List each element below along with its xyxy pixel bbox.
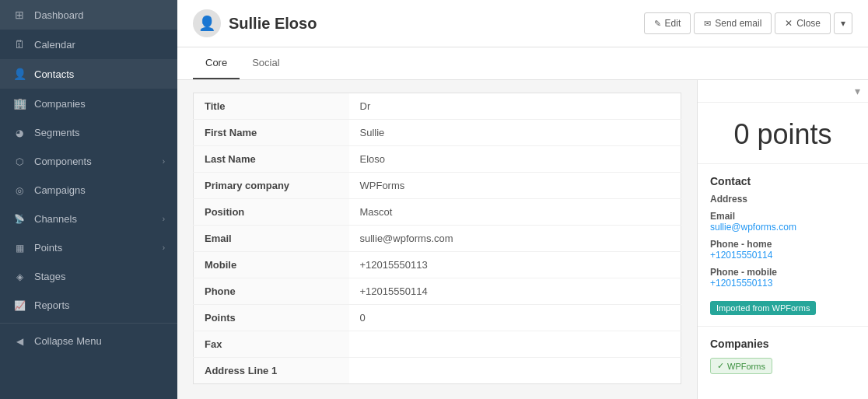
close-icon: ✕ — [785, 18, 793, 29]
sidebar-item-companies[interactable]: 🏢 Companies — [0, 89, 177, 118]
field-value: Eloso — [349, 146, 681, 173]
checkmark-icon: ✓ — [717, 361, 724, 371]
field-label: Points — [194, 305, 349, 331]
dashboard-icon: ⊞ — [12, 9, 26, 21]
field-value: sullie@wpforms.com — [349, 226, 681, 252]
segments-icon: ◕ — [12, 128, 26, 138]
reports-icon: 📈 — [12, 300, 26, 311]
points-icon: ▦ — [12, 243, 26, 254]
table-row: PositionMascot — [194, 199, 681, 226]
table-row: Primary companyWPForms — [194, 173, 681, 199]
sidebar-item-label: Reports — [34, 299, 165, 311]
address-label: Address — [710, 194, 856, 205]
companies-heading: Companies — [710, 338, 856, 350]
companies-icon: 🏢 — [12, 97, 26, 110]
header-actions: ✎ Edit ✉ Send email ✕ Close ▾ — [644, 12, 852, 34]
phone-mobile-value: +12015550113 — [710, 278, 856, 289]
table-row: First NameSullie — [194, 120, 681, 146]
field-label: First Name — [194, 120, 349, 146]
phone-home-label: Phone - home — [710, 239, 856, 250]
field-value: Dr — [349, 93, 681, 120]
field-value: WPForms — [349, 173, 681, 199]
stages-icon: ◈ — [12, 271, 26, 282]
sidebar-item-label: Components — [34, 156, 155, 167]
field-value: Mascot — [349, 199, 681, 226]
contact-info-section: Contact Address Email sullie@wpforms.com… — [698, 164, 868, 327]
field-label: Primary company — [194, 173, 349, 199]
field-value — [349, 331, 681, 358]
chevron-right-icon: › — [163, 157, 165, 166]
sidebar-item-dashboard[interactable]: ⊞ Dashboard — [0, 0, 177, 30]
sidebar-item-segments[interactable]: ◕ Segments — [0, 118, 177, 147]
sidebar-item-points[interactable]: ▦ Points › — [0, 233, 177, 262]
field-label: Last Name — [194, 146, 349, 173]
right-panel: ▾ 0 points Contact Address Email sullie@… — [697, 80, 868, 399]
contact-details: TitleDrFirst NameSullieLast NameElosoPri… — [177, 80, 697, 399]
points-section: 0 points — [698, 103, 868, 164]
points-display: 0 points — [710, 118, 856, 151]
sidebar-item-campaigns[interactable]: ◎ Campaigns — [0, 176, 177, 205]
send-email-button[interactable]: ✉ Send email — [694, 12, 772, 34]
table-row: Points0 — [194, 305, 681, 331]
table-row: Fax — [194, 331, 681, 358]
collapse-icon: ◀ — [12, 336, 26, 347]
send-email-label: Send email — [715, 18, 761, 29]
main-content: 👤 Sullie Eloso ✎ Edit ✉ Send email ✕ Clo… — [177, 0, 868, 399]
page-header: 👤 Sullie Eloso ✎ Edit ✉ Send email ✕ Clo… — [177, 0, 868, 47]
dropdown-button[interactable]: ▾ — [834, 12, 852, 34]
field-value: 0 — [349, 305, 681, 331]
avatar: 👤 — [193, 9, 221, 37]
info-table: TitleDrFirst NameSullieLast NameElosoPri… — [193, 93, 681, 384]
company-tag[interactable]: ✓ WPForms — [710, 358, 772, 374]
table-row: Address Line 1 — [194, 358, 681, 384]
calendar-icon: 🗓 — [12, 38, 26, 51]
sidebar-item-label: Dashboard — [34, 9, 165, 21]
sidebar-item-label: Calendar — [34, 39, 165, 51]
sidebar-item-components[interactable]: ⬡ Components › — [0, 147, 177, 176]
tab-social[interactable]: Social — [240, 47, 292, 79]
edit-label: Edit — [665, 18, 681, 29]
field-label: Title — [194, 93, 349, 120]
phone-home-value: +12015550114 — [710, 250, 856, 261]
send-icon: ✉ — [704, 19, 711, 29]
email-value: sullie@wpforms.com — [710, 222, 856, 233]
field-value — [349, 358, 681, 384]
table-row: Mobile+12015550113 — [194, 252, 681, 278]
panel-dropdown[interactable]: ▾ — [698, 80, 868, 103]
components-icon: ⬡ — [12, 156, 26, 167]
campaigns-icon: ◎ — [12, 185, 26, 196]
phone-mobile-label: Phone - mobile — [710, 267, 856, 278]
contact-heading: Contact — [710, 175, 856, 187]
sidebar-item-calendar[interactable]: 🗓 Calendar — [0, 30, 177, 59]
chevron-right-icon: › — [163, 215, 165, 223]
table-row: Emailsullie@wpforms.com — [194, 226, 681, 252]
sidebar-item-reports[interactable]: 📈 Reports — [0, 291, 177, 320]
sidebar-item-collapse[interactable]: ◀ Collapse Menu — [0, 327, 177, 355]
sidebar-item-stages[interactable]: ◈ Stages — [0, 262, 177, 291]
table-row: TitleDr — [194, 93, 681, 120]
contacts-icon: 👤 — [12, 68, 26, 80]
email-label: Email — [710, 211, 856, 222]
sidebar-item-label: Points — [34, 242, 155, 254]
chevron-down-icon: ▾ — [855, 85, 860, 97]
tab-core[interactable]: Core — [193, 47, 240, 79]
edit-button[interactable]: ✎ Edit — [644, 12, 691, 34]
sidebar-item-label: Contacts — [34, 68, 165, 80]
sidebar: ⊞ Dashboard 🗓 Calendar 👤 Contacts 🏢 Comp… — [0, 0, 177, 399]
sidebar-item-label: Companies — [34, 98, 165, 110]
field-label: Position — [194, 199, 349, 226]
header-left: 👤 Sullie Eloso — [193, 9, 317, 37]
close-button[interactable]: ✕ Close — [775, 12, 831, 34]
imported-tag: Imported from WPForms — [710, 301, 816, 315]
sidebar-item-channels[interactable]: 📡 Channels › — [0, 205, 177, 233]
tabs-bar: Core Social — [177, 47, 868, 80]
sidebar-item-contacts[interactable]: 👤 Contacts — [0, 59, 177, 89]
field-value: Sullie — [349, 120, 681, 146]
sidebar-divider — [0, 323, 177, 324]
chevron-right-icon: › — [163, 243, 165, 252]
table-row: Last NameEloso — [194, 146, 681, 173]
sidebar-item-label: Collapse Menu — [34, 335, 165, 347]
field-label: Fax — [194, 331, 349, 358]
field-value: +12015550114 — [349, 278, 681, 305]
companies-section: Companies ✓ WPForms — [698, 327, 868, 385]
